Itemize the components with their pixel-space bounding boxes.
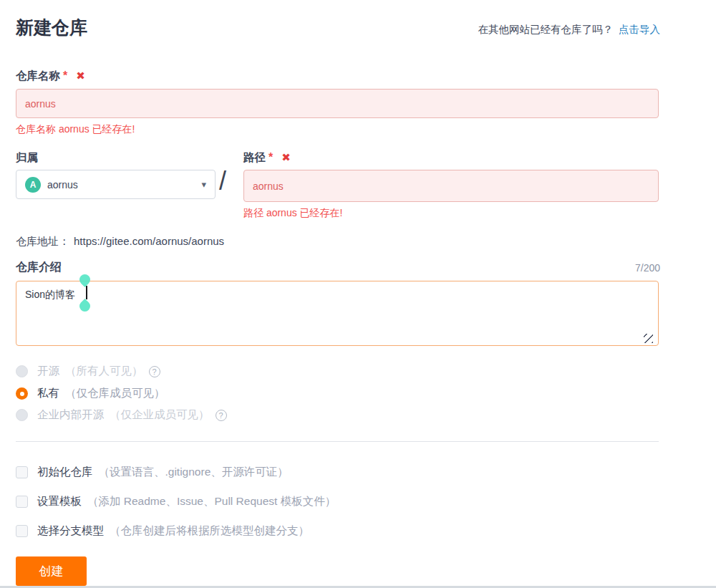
path-separator: / (219, 166, 226, 196)
radio-hint: （所有人可见） (65, 364, 143, 379)
radio-hint: （仅企业成员可见） (110, 408, 210, 423)
path-input[interactable] (243, 170, 659, 202)
char-counter: 7/200 (635, 262, 660, 274)
option-set-template[interactable]: 设置模板 （添加 Readme、Issue、Pull Request 模板文件） (16, 494, 336, 509)
radio-button-private[interactable] (16, 387, 28, 400)
checkbox-label: 选择分支模型 (37, 524, 104, 539)
description-textarea[interactable]: Sion的博客 (16, 281, 659, 346)
textarea-resize-grip[interactable] (644, 334, 653, 343)
checkbox-label: 初始化仓库 (37, 465, 93, 480)
radio-button-innersource (16, 409, 28, 421)
option-init-repo[interactable]: 初始化仓库 （设置语言、.gitignore、开源许可证） (16, 465, 289, 480)
checkbox-hint: （设置语言、.gitignore、开源许可证） (99, 465, 289, 480)
import-question-text: 在其他网站已经有仓库了吗？ (478, 24, 614, 35)
visibility-option-private[interactable]: 私有 （仅仓库成员可见） (16, 386, 165, 401)
radio-label: 企业内部开源 (37, 408, 104, 423)
invalid-icon: ✖ (281, 151, 291, 163)
required-asterisk: * (268, 151, 273, 163)
radio-label: 私有 (37, 386, 59, 401)
invalid-icon: ✖ (76, 69, 85, 82)
path-label: 路径 (243, 151, 266, 163)
checkbox-init-repo[interactable] (16, 466, 28, 478)
owner-avatar: A (25, 177, 41, 193)
required-asterisk: * (63, 69, 67, 82)
repo-name-label-row: 仓库名称*✖ (16, 69, 85, 84)
radio-button-public (16, 365, 28, 377)
text-cursor (86, 286, 87, 299)
chevron-down-icon: ▾ (201, 179, 206, 190)
path-error: 路径 aornus 已经存在! (243, 207, 342, 220)
checkbox-set-template[interactable] (16, 496, 28, 508)
visibility-option-public: 开源 （所有人可见） ? (16, 364, 160, 379)
repo-name-error: 仓库名称 aornus 已经存在! (16, 123, 135, 136)
visibility-option-innersource: 企业内部开源 （仅企业成员可见） ? (16, 408, 227, 423)
repo-name-label: 仓库名称 (16, 69, 60, 82)
repo-url-row: 仓库地址：https://gitee.com/aornus/aornus (16, 235, 224, 249)
new-repository-page: 新建仓库 在其他网站已经有仓库了吗？点击导入 仓库名称*✖ 仓库名称 aornu… (0, 0, 716, 588)
import-hint-row: 在其他网站已经有仓库了吗？点击导入 (478, 23, 661, 37)
create-button[interactable]: 创建 (16, 556, 87, 586)
checkbox-hint: （仓库创建后将根据所选模型创建分支） (110, 524, 309, 539)
page-title: 新建仓库 (16, 16, 87, 39)
section-divider (16, 441, 659, 442)
owner-label: 归属 (16, 150, 38, 165)
owner-select[interactable]: A aornus ▾ (16, 170, 216, 199)
import-link[interactable]: 点击导入 (619, 24, 660, 35)
checkbox-branch-model[interactable] (16, 525, 28, 537)
repo-url-label: 仓库地址： (16, 235, 69, 247)
owner-selected-value: aornus (47, 179, 201, 191)
help-icon[interactable]: ? (216, 410, 227, 421)
radio-label: 开源 (37, 364, 59, 379)
path-label-row: 路径*✖ (243, 150, 291, 165)
checkbox-hint: （添加 Readme、Issue、Pull Request 模板文件） (87, 494, 336, 509)
repo-url-value: https://gitee.com/aornus/aornus (74, 235, 224, 247)
option-branch-model[interactable]: 选择分支模型 （仓库创建后将根据所选模型创建分支） (16, 524, 309, 539)
radio-hint: （仅仓库成员可见） (65, 386, 165, 401)
checkbox-label: 设置模板 (37, 494, 82, 509)
repo-name-input[interactable] (16, 89, 659, 118)
description-label: 仓库介绍 (16, 260, 62, 275)
help-icon[interactable]: ? (149, 366, 160, 377)
